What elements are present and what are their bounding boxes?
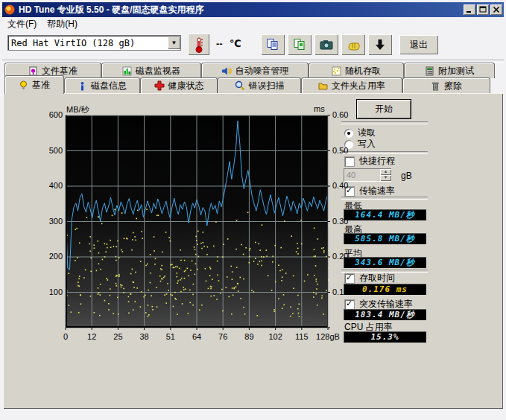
close-icon bbox=[493, 6, 500, 13]
tab-random-access[interactable]: 随机存取 bbox=[309, 63, 404, 78]
thermometer-icon bbox=[192, 36, 206, 53]
short-stroke-row[interactable]: 快捷行程 bbox=[344, 155, 395, 168]
separator bbox=[341, 121, 428, 124]
tab-disk-monitor[interactable]: 磁盘监视器 bbox=[101, 63, 201, 78]
menu-help[interactable]: 帮助(H) bbox=[42, 16, 83, 32]
y-left-unit: MB/秒 bbox=[66, 104, 89, 115]
x-axis-tick: 89 bbox=[244, 332, 253, 341]
drive-select[interactable]: Red Hat VirtIO (128 gB) ▼ bbox=[7, 35, 181, 51]
capacity-spinner[interactable]: 40 ▲▼ bbox=[344, 168, 391, 182]
x-axis-tick: 51 bbox=[166, 332, 175, 341]
chevron-down-icon[interactable]: ▼ bbox=[168, 36, 180, 49]
window-title: HD Tune 专业版 5.50 - 硬盘/固态硬盘实用程序 bbox=[19, 4, 462, 16]
tab-label: 错误扫描 bbox=[249, 80, 285, 92]
tab-label: 磁盘监视器 bbox=[136, 65, 180, 77]
random-access-icon bbox=[332, 66, 341, 76]
temperature-button[interactable] bbox=[188, 34, 209, 55]
benchmark-icon bbox=[19, 80, 28, 90]
capacity-unit: gB bbox=[401, 171, 412, 181]
tab-label: 附加测试 bbox=[438, 65, 474, 77]
donate-button[interactable] bbox=[341, 34, 365, 55]
y-right-tick: 0.40 bbox=[332, 181, 348, 190]
x-axis-tick: 128gB bbox=[316, 332, 340, 341]
spinner-buttons[interactable]: ▲▼ bbox=[380, 169, 391, 181]
tab-error-scan[interactable]: 错误扫描 bbox=[218, 77, 301, 93]
start-button[interactable]: 开始 bbox=[356, 99, 411, 119]
read-radio[interactable] bbox=[344, 129, 353, 138]
y-left-tick: 400 bbox=[30, 181, 63, 190]
temperature-value: -- bbox=[216, 38, 223, 49]
access-time-row[interactable]: 存取时间 bbox=[344, 272, 395, 284]
access-time-display: 0.176 ms bbox=[344, 284, 426, 295]
benchmark-plot bbox=[66, 115, 328, 328]
y-right-tick: 0.10 bbox=[332, 287, 348, 296]
tab-extra-tests[interactable]: 附加测试 bbox=[404, 63, 495, 78]
x-axis-tick: 0 bbox=[63, 332, 68, 341]
y-right-tick: 0.30 bbox=[332, 217, 348, 226]
y-left-tick: 500 bbox=[30, 146, 63, 155]
tab-label: 健康状态 bbox=[168, 80, 204, 92]
folder-icon bbox=[318, 81, 328, 91]
y-left-tick: 200 bbox=[30, 252, 63, 261]
hand-icon bbox=[347, 38, 361, 51]
menu-bar: 文件(F) 帮助(H) bbox=[2, 17, 504, 31]
spin-down-icon[interactable]: ▼ bbox=[380, 175, 391, 181]
maximize-icon bbox=[479, 6, 487, 13]
x-axis-tick: 115 bbox=[295, 332, 309, 341]
tab-benchmark[interactable]: 基准 bbox=[4, 75, 64, 94]
min-value-display: 164.4 MB/秒 bbox=[344, 209, 426, 220]
exit-button[interactable]: 退出 bbox=[399, 35, 438, 54]
magnifier-icon bbox=[235, 80, 245, 91]
spin-up-icon[interactable]: ▲ bbox=[380, 169, 391, 175]
acoustic-management-icon bbox=[221, 66, 232, 76]
trash-icon bbox=[431, 81, 440, 91]
camera-icon bbox=[319, 38, 334, 51]
tab-disk-info[interactable]: 磁盘信息 bbox=[64, 77, 140, 93]
y-right-tick: 0.20 bbox=[332, 252, 348, 261]
x-axis-tick: 38 bbox=[139, 332, 148, 341]
down-arrow-icon bbox=[373, 38, 387, 51]
tab-acoustic-management[interactable]: 自动噪音管理 bbox=[201, 63, 309, 78]
short-stroke-label: 快捷行程 bbox=[359, 155, 395, 168]
app-icon bbox=[4, 4, 16, 16]
max-value-display: 585.8 MB/秒 bbox=[344, 233, 426, 244]
x-axis-tick: 64 bbox=[192, 332, 201, 341]
y-left-tick: 300 bbox=[30, 217, 63, 226]
burst-rate-checkbox[interactable] bbox=[344, 299, 355, 310]
transfer-rate-row[interactable]: 传输速率 bbox=[344, 185, 395, 197]
x-axis-tick: 76 bbox=[218, 332, 227, 341]
write-radio-row[interactable]: 写入 bbox=[344, 138, 376, 150]
save-button[interactable] bbox=[368, 34, 392, 55]
y-left-tick: 100 bbox=[30, 287, 63, 296]
menu-file[interactable]: 文件(F) bbox=[2, 16, 42, 32]
tab-erase[interactable]: 擦除 bbox=[402, 77, 490, 93]
minimize-button[interactable] bbox=[464, 4, 475, 15]
access-time-label: 存取时间 bbox=[359, 272, 395, 284]
tab-row-primary: 基准 磁盘信息 健康状态 错误扫描 文件夹占用率 擦除 bbox=[4, 77, 490, 93]
tab-label: 磁盘信息 bbox=[91, 80, 127, 92]
short-stroke-checkbox[interactable] bbox=[344, 156, 355, 167]
disk-info-icon bbox=[78, 81, 87, 91]
avg-value-display: 343.6 MB/秒 bbox=[344, 257, 426, 268]
maximize-button[interactable] bbox=[477, 4, 489, 15]
copy-text-button[interactable] bbox=[261, 34, 285, 55]
copy-image-button[interactable] bbox=[288, 34, 311, 55]
x-axis-tick: 12 bbox=[87, 332, 96, 341]
y-right-tick: 0.60 bbox=[332, 110, 348, 119]
tab-label: 自动噪音管理 bbox=[235, 65, 289, 77]
tab-folder-usage[interactable]: 文件夹占用率 bbox=[301, 77, 402, 93]
x-axis-tick: 25 bbox=[113, 332, 122, 341]
tab-health[interactable]: 健康状态 bbox=[140, 77, 218, 93]
screenshot-button[interactable] bbox=[314, 34, 338, 55]
cpu-usage-display: 15.3% bbox=[344, 331, 426, 343]
separator bbox=[341, 151, 428, 154]
transfer-rate-label: 传输速率 bbox=[359, 185, 395, 197]
close-button[interactable] bbox=[490, 4, 502, 15]
x-axis-tick: 102 bbox=[268, 332, 282, 341]
file-benchmark-icon bbox=[28, 66, 38, 76]
minimize-icon bbox=[466, 6, 473, 13]
disk-monitor-icon bbox=[122, 66, 132, 76]
capacity-value: 40 bbox=[344, 171, 380, 179]
access-time-checkbox[interactable] bbox=[344, 273, 355, 284]
y-right-tick: 0.50 bbox=[332, 146, 348, 155]
